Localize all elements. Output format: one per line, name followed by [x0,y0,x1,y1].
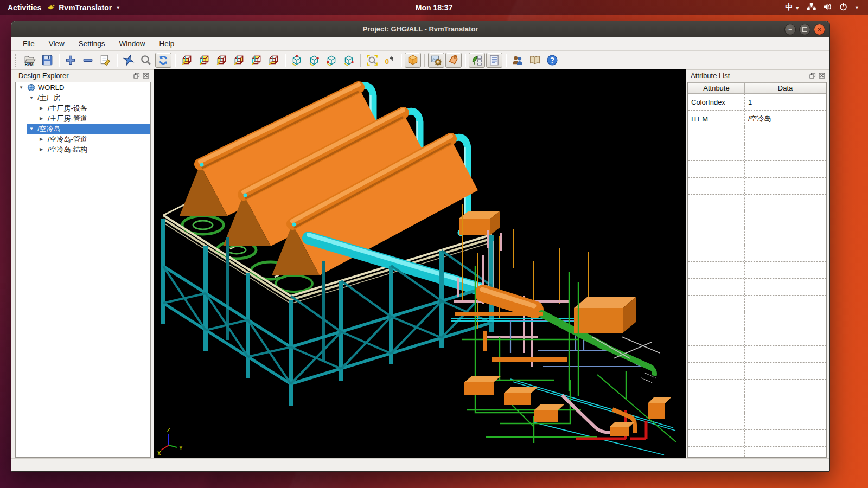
tree-item-label-row[interactable]: ▶/空冷岛-管道 [37,134,150,144]
iso-3-icon [326,54,337,66]
expander-closed-icon[interactable]: ▶ [40,137,45,142]
table-row-empty [688,396,826,413]
tree-item-label-row[interactable]: ▶/空冷岛-结构 [37,144,150,155]
toolbar-button-view-iso-2[interactable] [306,53,322,68]
data-cell [745,161,826,177]
tree-item-label-row[interactable]: ▼/空冷岛 [27,124,150,134]
svg-text:0: 0 [385,57,389,66]
deck-equipment-box[interactable] [459,211,500,235]
toolbar-button-refresh[interactable] [155,53,171,68]
expander-open-icon[interactable]: ▼ [29,95,35,100]
input-method-indicator[interactable]: 中 ▼ [785,3,800,12]
app-window: Project: GHG/ALL - RvmTranslator − × Fil… [11,21,830,472]
expander-open-icon[interactable]: ▼ [29,126,35,131]
table-row[interactable]: ITEM/空冷岛 [688,111,826,127]
toolbar-button-log-list[interactable] [486,53,502,68]
menu-bar: FileViewSettingsWindowHelp [11,37,829,51]
toolbar-button-save[interactable] [39,53,55,68]
viewport-3d-scene[interactable]: Z X Y [154,69,686,459]
clock[interactable]: Mon 18:37 [0,3,868,12]
model-tree-icon [471,54,483,66]
tree-item-text: /空冷岛-管道 [48,134,87,144]
tree-item-text: WORLD [38,84,64,92]
menu-window[interactable]: Window [112,38,152,49]
float-panel-button[interactable] [809,72,816,79]
menu-view[interactable]: View [42,38,72,49]
column-header-data[interactable]: Data [744,82,826,94]
attribute-cell [688,396,745,413]
tree-item-label-row[interactable]: ▶/主厂房-管道 [37,113,150,124]
help-icon: ? [546,54,558,66]
data-cell [745,413,826,429]
attribute-cell [688,430,745,446]
piping-cluster[interactable] [451,204,676,455]
data-cell [745,363,826,379]
toolbar-button-view-top[interactable] [248,53,264,68]
title-bar[interactable]: Project: GHG/ALL - RvmTranslator − × [11,21,829,37]
minimize-button[interactable]: − [784,24,796,35]
toolbar-button-view-front[interactable] [178,53,195,68]
close-panel-button[interactable] [142,72,150,79]
menu-file[interactable]: File [16,38,42,49]
toolbar-button-manual[interactable] [527,53,543,68]
attribute-list-header: Attribute List [687,70,827,81]
toolbar-separator [175,54,175,67]
desktop: { "topbar": { "activities": "Activities"… [0,0,868,488]
table-row-empty [688,228,826,245]
toolbar-button-clear[interactable] [97,53,113,68]
toolbar-button-model-tree[interactable] [469,53,485,68]
power-icon[interactable] [839,3,847,12]
toolbar-button-zoom[interactable] [138,53,154,68]
expander-open-icon[interactable]: ▼ [19,85,24,90]
tree-item-label-row[interactable]: ▼WORLD [17,82,150,93]
network-icon[interactable] [807,3,816,12]
maximize-button[interactable] [799,24,810,35]
chevron-down-icon[interactable]: ▼ [854,5,859,10]
chevron-down-icon: ▼ [116,5,120,10]
float-panel-button[interactable] [133,72,141,79]
toolbar-button-remove[interactable] [80,53,96,68]
toolbar-button-origin[interactable]: 0 [381,53,398,68]
toolbar-button-view-back[interactable] [196,53,212,68]
expander-closed-icon[interactable]: ▶ [40,147,45,152]
toolbar-button-fit-view[interactable] [120,53,137,68]
equipment-box[interactable] [574,297,636,333]
volume-icon[interactable] [823,3,832,12]
expander-closed-icon[interactable]: ▶ [40,106,45,111]
menu-settings[interactable]: Settings [72,38,112,49]
column-header-attribute[interactable]: Attribute [688,82,745,94]
close-button[interactable]: × [814,24,825,35]
tree-item-label-row[interactable]: ▼/主厂房 [27,93,150,103]
toolbar-button-open-rvm[interactable]: RVM [22,53,38,68]
svg-text:Y: Y [179,445,183,452]
toolbar-button-view-iso-1[interactable] [289,53,305,68]
toolbar-button-view-iso-4[interactable] [341,53,357,68]
expander-closed-icon[interactable]: ▶ [40,116,45,121]
toolbar-button-view-iso-3[interactable] [323,53,340,68]
tag-icon [448,54,459,66]
toolbar-button-zoom-window[interactable] [364,53,380,68]
viewport-3d[interactable]: Z X Y [154,69,686,459]
toolbar-button-shaded-view[interactable] [405,53,421,68]
activities-button[interactable]: Activities [8,3,41,12]
table-row-empty [688,329,826,346]
toolbar-drag-handle[interactable] [15,54,19,67]
tree-item-label-row[interactable]: ▶/主厂房-设备 [37,103,150,113]
toolbar-button-view-left[interactable] [213,53,229,68]
foundation-blocks[interactable] [464,376,672,436]
data-cell [745,312,826,329]
toolbar-button-help[interactable]: ? [544,53,560,68]
toolbar-button-render-settings[interactable] [428,53,444,68]
app-menu[interactable]: RvmTranslator ▼ [47,3,120,12]
table-row[interactable]: ColorIndex1 [688,94,826,111]
close-panel-button[interactable] [818,72,826,79]
toolbar-button-add[interactable] [62,53,79,68]
menu-help[interactable]: Help [152,38,182,49]
toolbar-button-users[interactable] [509,53,526,68]
desktop-top-bar: Activities RvmTranslator ▼ Mon 18:37 中 ▼… [0,0,868,15]
toolbar-button-view-bottom[interactable] [265,53,282,68]
toolbar-button-annotation[interactable] [445,53,462,68]
tree-indent [16,93,27,103]
toolbar-button-view-right[interactable] [231,53,247,68]
tree-indent [16,144,37,155]
